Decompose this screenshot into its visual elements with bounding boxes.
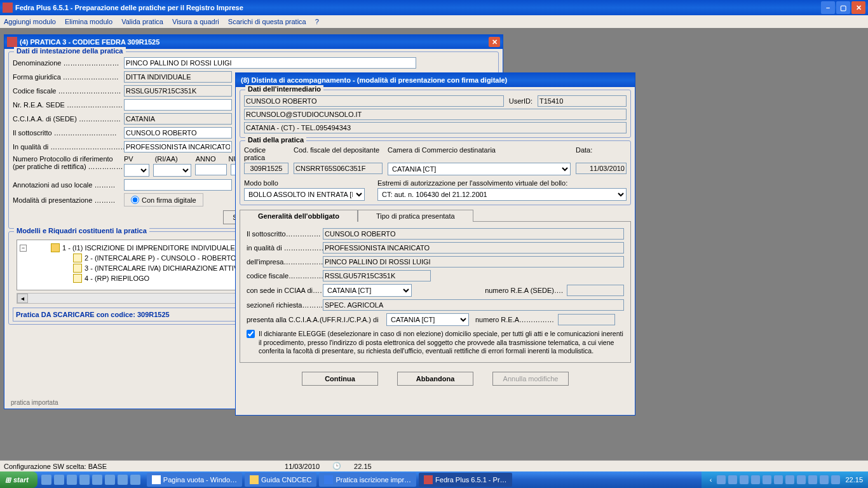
label-camera: Camera di Commercio destinataria bbox=[388, 146, 571, 161]
input-rea[interactable] bbox=[124, 99, 232, 111]
tray-icon[interactable] bbox=[740, 475, 749, 484]
select-camera[interactable]: CATANIA [CT] bbox=[388, 163, 571, 175]
button-annulla-modifiche: Annulla modifiche bbox=[492, 372, 569, 386]
system-tray: ‹ 22.15 bbox=[702, 471, 868, 488]
quicklaunch-icon[interactable] bbox=[118, 475, 128, 485]
tray-icon[interactable] bbox=[728, 475, 737, 484]
taskbar-item-active[interactable]: Fedra Plus 6.5.1 - Pr… bbox=[419, 473, 512, 487]
menu-elimina[interactable]: Elimina modulo bbox=[65, 18, 112, 25]
quicklaunch-icon[interactable] bbox=[92, 475, 102, 485]
tray-icon[interactable] bbox=[797, 475, 806, 484]
select-pv[interactable] bbox=[124, 164, 149, 177]
quicklaunch-icon[interactable] bbox=[41, 475, 51, 485]
button-continua[interactable]: Continua bbox=[302, 372, 378, 386]
window-pratica-close[interactable]: ✕ bbox=[489, 37, 500, 47]
taskbar-item[interactable]: Pratica iscrizione impr… bbox=[319, 473, 416, 487]
window-pratica-icon bbox=[7, 37, 17, 47]
quicklaunch-icon[interactable] bbox=[130, 475, 140, 485]
tree-node-3[interactable]: 3 - (INTERCALARE IVA) DICHIARAZIONE ATTI… bbox=[85, 264, 245, 272]
tray-icon[interactable] bbox=[717, 475, 726, 484]
label-anno: ANNO bbox=[196, 155, 216, 163]
label-modo-bollo: Modo bollo bbox=[244, 179, 365, 187]
tray-icon[interactable] bbox=[808, 475, 817, 484]
status-date: 11/03/2010 bbox=[285, 463, 320, 470]
select-obbl-sede[interactable]: CATANIA [CT] bbox=[323, 284, 412, 297]
taskbar-item[interactable]: Guida CNDCEC bbox=[245, 473, 316, 487]
input-obbl-sottoscritto bbox=[323, 228, 624, 240]
label-annotazioni: Annotazioni ad uso locale ……… bbox=[13, 181, 124, 189]
label-riaa: (RI/AA) bbox=[155, 155, 178, 163]
label-pratica-importata: pratica importata bbox=[11, 399, 58, 406]
select-riaa[interactable] bbox=[153, 164, 191, 177]
label-modalita: Modalità di presentazione ……… bbox=[13, 196, 124, 204]
app-title: Fedra Plus 6.5.1 - Preparazione delle pr… bbox=[15, 4, 821, 11]
input-forma bbox=[124, 71, 232, 83]
tray-icon[interactable] bbox=[751, 475, 760, 484]
input-denominazione[interactable] bbox=[124, 57, 416, 69]
input-anno[interactable] bbox=[195, 164, 227, 175]
input-intermediario-nome bbox=[244, 95, 504, 107]
taskbar-tasks: Pagina vuota - Windo… Guida CNDCEC Prati… bbox=[144, 473, 702, 487]
label-protocollo: Numero Protocollo di riferimento (per pr… bbox=[13, 155, 124, 170]
select-estremi[interactable]: CT: aut. n. 106430 del 21.12.2001 bbox=[377, 188, 627, 201]
input-annotazioni[interactable] bbox=[124, 179, 232, 191]
tray-icon[interactable] bbox=[785, 475, 794, 484]
input-userid bbox=[538, 95, 627, 107]
input-sottoscritto[interactable] bbox=[124, 127, 232, 139]
button-abbandona[interactable]: Abbandona bbox=[397, 372, 473, 386]
menu-visura[interactable]: Visura a quadri bbox=[172, 18, 219, 25]
input-intermediario-indirizzo bbox=[244, 122, 627, 133]
tree-node-2[interactable]: 2 - (INTERCALARE P) - CUNSOLO - ROBERTO … bbox=[85, 254, 247, 262]
minimize-button[interactable]: – bbox=[821, 1, 835, 14]
quicklaunch-icon[interactable] bbox=[67, 475, 77, 485]
label-obbl-qualita: in qualità di ……………… bbox=[247, 244, 323, 252]
taskbar-item[interactable]: Pagina vuota - Windo… bbox=[147, 473, 242, 487]
fedra-icon bbox=[424, 475, 433, 484]
group-pratica: Dati della pratica Codice pratica Cod. f… bbox=[240, 140, 631, 205]
tray-icon[interactable] bbox=[774, 475, 783, 484]
scroll-left-icon[interactable]: ◄ bbox=[17, 294, 28, 303]
tree-collapse-icon[interactable]: − bbox=[20, 245, 27, 252]
quicklaunch-icon[interactable] bbox=[54, 475, 64, 485]
group-modelli-legend: Modelli e Riquadri costituenti la pratic… bbox=[14, 227, 149, 234]
taskbar: ⊞start Pagina vuota - Windo… Guida CNDCE… bbox=[0, 471, 868, 488]
tree-node-1[interactable]: 1 - (I1) ISCRIZIONE DI IMPRENDITORE INDI… bbox=[62, 244, 253, 252]
file-icon bbox=[73, 264, 82, 273]
dialog-buttons: Continua Abbandona Annulla modifiche bbox=[236, 367, 635, 391]
group-intermediario-legend: Dati dell'intermediario bbox=[245, 85, 323, 93]
input-cf bbox=[124, 85, 232, 97]
checkbox-dichiarante-elegge[interactable] bbox=[247, 330, 255, 338]
select-presenta-cciaa[interactable]: CATANIA [CT] bbox=[386, 313, 469, 326]
tab-generalita[interactable]: Generalità dell'obbligato bbox=[240, 210, 358, 222]
folder-icon bbox=[51, 243, 60, 252]
input-qualita[interactable] bbox=[124, 141, 232, 152]
status-config: Configurazione SW scelta: BASE bbox=[4, 463, 107, 470]
tab-tipo-pratica[interactable]: Tipo di pratica presentata bbox=[358, 210, 473, 222]
radio-firma-digitale[interactable] bbox=[131, 196, 139, 204]
menu-valida[interactable]: Valida pratica bbox=[121, 18, 163, 25]
taskbar-clock[interactable]: 22.15 bbox=[845, 476, 863, 484]
tray-icon[interactable] bbox=[831, 475, 840, 484]
maximize-button[interactable]: ▢ bbox=[836, 1, 850, 14]
select-modo-bollo[interactable]: BOLLO ASSOLTO IN ENTRATA [E] bbox=[244, 188, 365, 201]
file-icon bbox=[73, 254, 82, 262]
close-button[interactable]: ✕ bbox=[851, 1, 865, 14]
quicklaunch-icon[interactable] bbox=[79, 475, 90, 485]
input-cf-depositante bbox=[294, 163, 383, 174]
label-pv: PV bbox=[124, 155, 133, 163]
menu-help[interactable]: ? bbox=[315, 18, 319, 25]
text-dichiarazione: Il dichiarante ELEGGE (deselezionare in … bbox=[259, 330, 624, 356]
start-button[interactable]: ⊞start bbox=[0, 471, 37, 488]
app-statusbar: Configurazione SW scelta: BASE 11/03/201… bbox=[0, 460, 868, 471]
tray-icon[interactable] bbox=[763, 475, 771, 484]
label-obbl-sottoscritto: Il sottoscritto…………… bbox=[247, 230, 323, 238]
tray-icon[interactable] bbox=[820, 475, 829, 484]
menu-aggiungi[interactable]: Aggiungi modulo bbox=[4, 18, 56, 25]
input-obbl-impresa bbox=[323, 256, 624, 268]
tree-node-4[interactable]: 4 - (RP) RIEPILOGO bbox=[85, 274, 149, 282]
input-obbl-cf bbox=[323, 270, 431, 281]
tabpanel-generalita: Il sottoscritto…………… in qualità di ……………… bbox=[240, 221, 631, 363]
tray-expand-icon[interactable]: ‹ bbox=[707, 476, 714, 484]
menu-scarichi[interactable]: Scarichi di questa pratica bbox=[228, 18, 306, 25]
quicklaunch-icon[interactable] bbox=[105, 475, 115, 485]
